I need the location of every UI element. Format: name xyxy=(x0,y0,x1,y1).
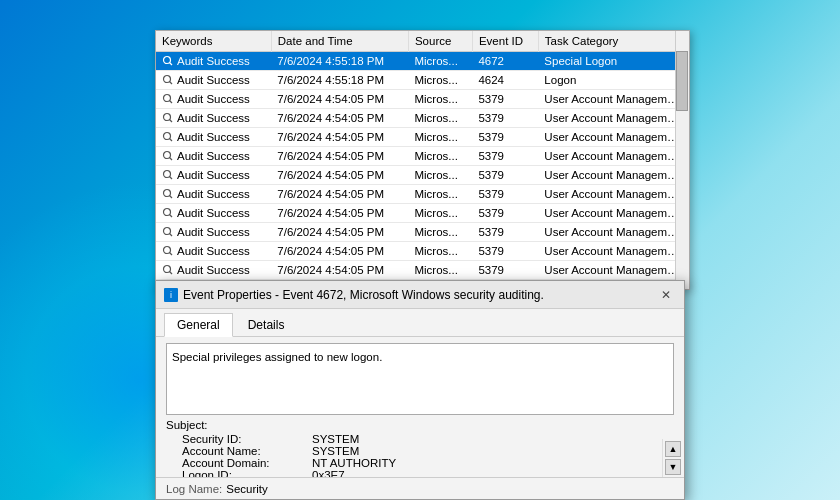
svg-line-13 xyxy=(170,177,173,180)
field-security-id: Security ID: SYSTEM xyxy=(182,433,674,445)
keywords-text: Audit Success xyxy=(177,188,250,200)
statusbar-log-name-label: Log Name: xyxy=(166,483,222,495)
event-description: Special privileges assigned to new logon… xyxy=(172,349,668,366)
cell-source: Micros... xyxy=(408,128,472,147)
svg-line-3 xyxy=(170,82,173,85)
svg-point-10 xyxy=(164,152,171,159)
svg-line-9 xyxy=(170,139,173,142)
svg-line-15 xyxy=(170,196,173,199)
tab-general[interactable]: General xyxy=(164,313,233,337)
table-scrollbar[interactable] xyxy=(675,31,689,289)
table-row[interactable]: Audit Success7/6/2024 4:54:05 PMMicros..… xyxy=(156,242,689,261)
svg-line-23 xyxy=(170,272,173,275)
cell-source: Micros... xyxy=(408,204,472,223)
keywords-text: Audit Success xyxy=(177,245,250,257)
dialog-scroll-panel: ▲ ▼ xyxy=(662,439,684,477)
cell-event-id: 4624 xyxy=(472,71,538,90)
cell-datetime: 7/6/2024 4:54:05 PM xyxy=(271,242,408,261)
cell-keywords: Audit Success xyxy=(156,204,271,223)
table-row[interactable]: Audit Success7/6/2024 4:54:05 PMMicros..… xyxy=(156,90,689,109)
svg-line-19 xyxy=(170,234,173,237)
scroll-down-button[interactable]: ▼ xyxy=(665,459,681,475)
dialog-close-button[interactable]: ✕ xyxy=(656,285,676,305)
table-row[interactable]: Audit Success7/6/2024 4:55:18 PMMicros..… xyxy=(156,52,689,71)
table-row[interactable]: Audit Success7/6/2024 4:55:18 PMMicros..… xyxy=(156,71,689,90)
audit-icon xyxy=(162,169,174,181)
cell-source: Micros... xyxy=(408,52,472,71)
scrollbar-thumb[interactable] xyxy=(676,51,688,111)
table-row[interactable]: Audit Success7/6/2024 4:54:05 PMMicros..… xyxy=(156,261,689,280)
svg-point-22 xyxy=(164,266,171,273)
event-table: Keywords Date and Time Source Event ID T… xyxy=(156,31,689,280)
keywords-text: Audit Success xyxy=(177,93,250,105)
dialog-title-left: i Event Properties - Event 4672, Microso… xyxy=(164,288,544,302)
cell-task-category: User Account Management xyxy=(538,223,688,242)
table-row[interactable]: Audit Success7/6/2024 4:54:05 PMMicros..… xyxy=(156,109,689,128)
cell-keywords: Audit Success xyxy=(156,223,271,242)
event-text-area[interactable]: Special privileges assigned to new logon… xyxy=(166,343,674,415)
table-row[interactable]: Audit Success7/6/2024 4:54:05 PMMicros..… xyxy=(156,185,689,204)
keywords-text: Audit Success xyxy=(177,264,250,276)
cell-source: Micros... xyxy=(408,166,472,185)
keywords-text: Audit Success xyxy=(177,226,250,238)
field-value-account-name: SYSTEM xyxy=(312,445,359,457)
scroll-up-button[interactable]: ▲ xyxy=(665,441,681,457)
dialog-content: Special privileges assigned to new logon… xyxy=(156,337,684,495)
cell-keywords: Audit Success xyxy=(156,185,271,204)
svg-point-0 xyxy=(164,57,171,64)
table-row[interactable]: Audit Success7/6/2024 4:54:05 PMMicros..… xyxy=(156,147,689,166)
dialog-icon-label: i xyxy=(170,290,172,300)
cell-source: Micros... xyxy=(408,223,472,242)
cell-keywords: Audit Success xyxy=(156,166,271,185)
cell-task-category: User Account Management xyxy=(538,261,688,280)
table-row[interactable]: Audit Success7/6/2024 4:54:05 PMMicros..… xyxy=(156,128,689,147)
event-viewer-window: Keywords Date and Time Source Event ID T… xyxy=(155,30,690,290)
svg-point-16 xyxy=(164,209,171,216)
keywords-text: Audit Success xyxy=(177,150,250,162)
audit-icon xyxy=(162,207,174,219)
keywords-text: Audit Success xyxy=(177,55,250,67)
cell-task-category: User Account Management xyxy=(538,204,688,223)
cell-source: Micros... xyxy=(408,90,472,109)
field-label-account-name: Account Name: xyxy=(182,445,312,457)
statusbar-log-name: Log Name: Security xyxy=(166,483,268,495)
table-row[interactable]: Audit Success7/6/2024 4:54:05 PMMicros..… xyxy=(156,204,689,223)
cell-event-id: 5379 xyxy=(472,223,538,242)
svg-point-2 xyxy=(164,76,171,83)
table-row[interactable]: Audit Success7/6/2024 4:54:05 PMMicros..… xyxy=(156,166,689,185)
svg-line-21 xyxy=(170,253,173,256)
audit-icon xyxy=(162,188,174,200)
cell-datetime: 7/6/2024 4:54:05 PM xyxy=(271,261,408,280)
svg-point-4 xyxy=(164,95,171,102)
cell-source: Micros... xyxy=(408,71,472,90)
audit-icon xyxy=(162,245,174,257)
cell-task-category: User Account Management xyxy=(538,90,688,109)
cell-datetime: 7/6/2024 4:54:05 PM xyxy=(271,166,408,185)
audit-icon xyxy=(162,93,174,105)
col-source: Source xyxy=(408,31,472,52)
cell-task-category: User Account Management xyxy=(538,147,688,166)
svg-line-7 xyxy=(170,120,173,123)
table-row[interactable]: Audit Success7/6/2024 4:54:05 PMMicros..… xyxy=(156,223,689,242)
cell-keywords: Audit Success xyxy=(156,261,271,280)
cell-task-category: Logon xyxy=(538,71,688,90)
cell-datetime: 7/6/2024 4:54:05 PM xyxy=(271,204,408,223)
cell-source: Micros... xyxy=(408,261,472,280)
cell-datetime: 7/6/2024 4:54:05 PM xyxy=(271,128,408,147)
tab-details[interactable]: Details xyxy=(235,313,298,336)
cell-keywords: Audit Success xyxy=(156,128,271,147)
event-properties-dialog: i Event Properties - Event 4672, Microso… xyxy=(155,280,685,500)
audit-icon xyxy=(162,264,174,276)
cell-keywords: Audit Success xyxy=(156,242,271,261)
cell-event-id: 5379 xyxy=(472,109,538,128)
keywords-text: Audit Success xyxy=(177,207,250,219)
dialog-icon: i xyxy=(164,288,178,302)
cell-source: Micros... xyxy=(408,109,472,128)
svg-line-1 xyxy=(170,63,173,66)
svg-point-14 xyxy=(164,190,171,197)
cell-source: Micros... xyxy=(408,242,472,261)
svg-point-12 xyxy=(164,171,171,178)
cell-keywords: Audit Success xyxy=(156,109,271,128)
cell-event-id: 5379 xyxy=(472,147,538,166)
cell-event-id: 5379 xyxy=(472,185,538,204)
